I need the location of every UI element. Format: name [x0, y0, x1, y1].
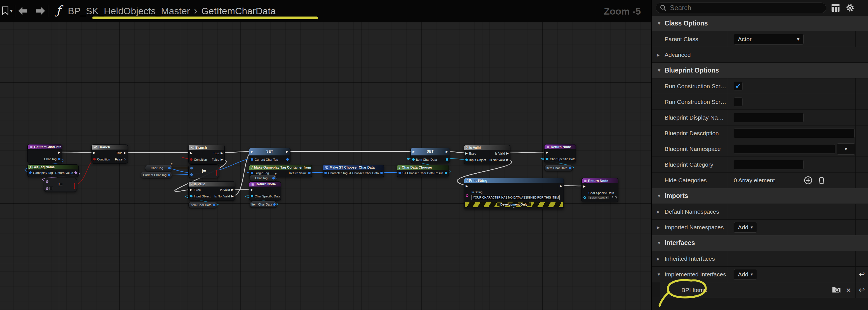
exec-pin[interactable]: ▶	[231, 195, 234, 198]
cyan-pin[interactable]	[583, 196, 586, 199]
node-isvalid1[interactable]: ?Is Valid▶ExecIs Valid▶Input ObjectIs No…	[188, 181, 235, 200]
blue-pin[interactable]	[251, 172, 253, 174]
browse-to-asset-icon[interactable]	[832, 286, 841, 294]
node-gettagname[interactable]: ƒGet Tag NameGameplay TagReturn Value	[27, 164, 79, 177]
exec-pin[interactable]: ▶	[190, 188, 192, 191]
variable-getter-chartag2[interactable]: Char Tagƒ	[145, 165, 173, 171]
node-print[interactable]: ƒPrint String▶▶In StringYOUR CHARACTER H…	[464, 178, 564, 209]
clear-array-icon[interactable]	[818, 176, 826, 185]
back-button[interactable]	[16, 6, 32, 16]
lav-pin[interactable]	[46, 187, 49, 190]
section-collapse-icon[interactable]: ▼	[652, 63, 664, 78]
exec-pin[interactable]: ▶	[560, 185, 562, 188]
exec-pin[interactable]: ▶	[251, 188, 253, 191]
variable-getter-itemcd2[interactable]: Item Char Data	[188, 202, 217, 208]
node-branch2[interactable]: Branch▶True▶ConditionFalse▶	[188, 145, 225, 164]
exec-pin[interactable]: ▶	[190, 151, 192, 154]
blue-pin[interactable]	[168, 174, 170, 176]
use-selected-icon[interactable]: ↺	[611, 196, 613, 199]
exec-pin[interactable]: ▷	[124, 158, 126, 161]
operator-node-not-equal[interactable]: !=	[188, 164, 219, 178]
exec-pin[interactable]: ▶	[446, 150, 448, 153]
blue-pin[interactable]	[308, 172, 311, 174]
lav-pin[interactable]	[74, 171, 77, 174]
expand-arrow-icon[interactable]: ▶	[652, 225, 664, 230]
variable-getter-chartag3[interactable]: Char Tagƒ	[250, 175, 276, 181]
checkbox[interactable]: ✓	[734, 82, 743, 91]
parent-class-dropdown[interactable]: Actor▾	[734, 34, 804, 45]
add-button[interactable]: Add▾	[734, 222, 757, 233]
node-set1[interactable]: SET▶▶Current Char Tag	[249, 148, 290, 163]
namespace-dropdown-button[interactable]: ▾	[837, 143, 855, 154]
red-pin[interactable]	[93, 158, 96, 161]
bookmark-icon[interactable]	[1, 6, 10, 16]
expand-arrow-icon[interactable]: ▶	[652, 209, 664, 214]
blue-pin[interactable]	[324, 172, 327, 174]
default-value-checkbox[interactable]	[50, 187, 53, 190]
text-input[interactable]	[734, 160, 804, 169]
section-collapse-icon[interactable]: ▼	[652, 235, 664, 251]
advanced-row[interactable]: ▶Advanced	[652, 47, 868, 63]
blue-pin[interactable]	[399, 172, 401, 174]
blue-pin[interactable]	[29, 171, 32, 174]
section-header-class-options[interactable]: ▼Class Options	[652, 16, 868, 31]
exec-pin[interactable]: ▶	[221, 158, 223, 161]
variable-getter-curchartag[interactable]: Current Char Tag	[141, 172, 172, 178]
variable-getter-itemcd5[interactable]: Item Char Data	[544, 165, 573, 171]
node-makestc[interactable]: Make ST Chooser Char DataCharacter TagST…	[322, 165, 384, 177]
node-return1[interactable]: ▣Return Node▶Char Specific Data	[249, 181, 281, 200]
exec-pin[interactable]: ▶	[231, 188, 234, 191]
string-pin[interactable]	[466, 194, 468, 197]
blue-pin[interactable]	[190, 167, 193, 169]
section-header-blueprint-options[interactable]: ▼Blueprint Options	[652, 63, 868, 78]
exec-pin[interactable]: ▶	[583, 185, 585, 188]
blue-pin[interactable]	[213, 204, 215, 206]
browse-icon[interactable]	[615, 196, 618, 199]
red-pin[interactable]	[74, 183, 75, 189]
expand-arrow-icon[interactable]: ▼	[652, 272, 664, 277]
exec-pin[interactable]: ▶	[221, 151, 223, 154]
lav-pin[interactable]	[46, 180, 49, 183]
node-branch1[interactable]: Branch▶True▶ConditionFalse▷	[92, 144, 128, 164]
select-asset-dropdown[interactable]: Select Asset ▾	[588, 195, 609, 200]
blue-pin[interactable]	[251, 158, 253, 161]
blue-pin[interactable]	[380, 172, 383, 174]
text-input[interactable]	[734, 144, 835, 154]
reset-to-default-icon[interactable]: ↩	[859, 286, 865, 294]
section-header-imports[interactable]: ▼Imports	[652, 188, 868, 204]
cyan-pin[interactable]	[190, 195, 192, 197]
exec-pin[interactable]: ▶	[465, 152, 468, 155]
add-array-element-icon[interactable]	[804, 176, 813, 185]
reset-to-default-icon[interactable]: ↩	[859, 270, 865, 279]
blue-pin[interactable]	[190, 173, 193, 176]
red-pin[interactable]	[216, 170, 217, 176]
expand-arrow-icon[interactable]: ▶	[652, 47, 664, 62]
search-input[interactable]	[669, 4, 822, 12]
blueprint-graph[interactable]: BLUEPRINT ▣GetItemCharData▶Char TagƒGet …	[0, 0, 651, 310]
blue-pin[interactable]	[273, 203, 276, 206]
operator-node-not-equal[interactable]: !=	[44, 178, 77, 192]
cyan-pin[interactable]	[546, 158, 549, 160]
settings-gear-icon[interactable]	[845, 2, 856, 13]
exec-pin[interactable]: ▶	[124, 151, 126, 154]
bookmark-chevron-icon[interactable]: ▾	[10, 8, 12, 14]
checkbox[interactable]	[734, 97, 743, 106]
exec-pin[interactable]: ▶	[506, 158, 509, 161]
exec-pin[interactable]: ▶	[466, 185, 468, 188]
node-getitem[interactable]: ▣GetItemCharData▶Char Tag	[27, 144, 62, 163]
node-chooser[interactable]: ƒChar Data ChooserST Chooser Char DataRe…	[397, 165, 449, 177]
exec-pin[interactable]: ▶	[412, 150, 415, 153]
exec-pin[interactable]: ▶	[93, 151, 95, 154]
cyan-pin[interactable]	[446, 158, 448, 161]
node-return2[interactable]: ▣Return Node▶Char Specific Data	[544, 144, 576, 163]
exec-pin[interactable]: ▶	[58, 151, 60, 154]
node-set2[interactable]: SET▶▶Item Char Data	[410, 148, 450, 163]
exec-pin[interactable]: ▶	[251, 150, 253, 153]
red-pin[interactable]	[190, 158, 192, 161]
blue-pin[interactable]	[168, 167, 171, 169]
clear-icon[interactable]: ×	[846, 286, 851, 294]
search-box[interactable]	[656, 2, 826, 13]
display-filter-icon[interactable]	[830, 2, 841, 13]
interface-item-row[interactable]: BPI Items×↩	[652, 282, 868, 298]
section-header-interfaces[interactable]: ▼Interfaces	[652, 235, 868, 251]
